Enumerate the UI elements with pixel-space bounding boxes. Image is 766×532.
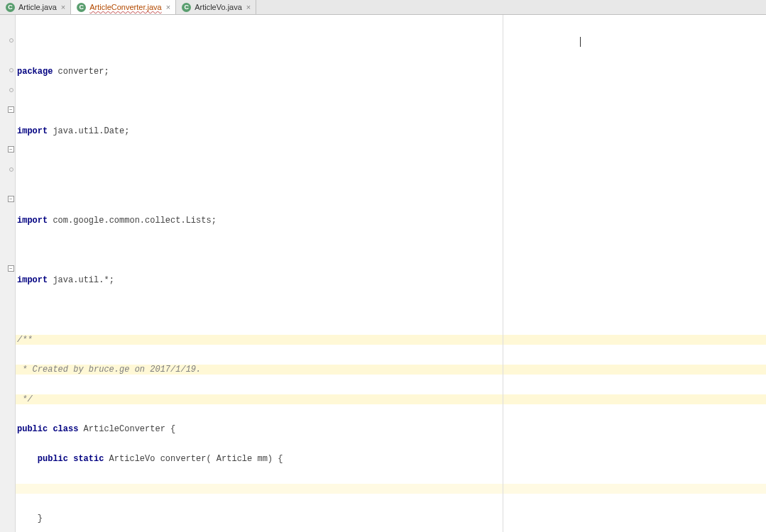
tab-label: ArticleConverter.java [89, 3, 162, 11]
code-text: ( Article mm) { [206, 454, 283, 464]
code-text: ArticleVo [104, 454, 160, 464]
fold-toggle-icon[interactable] [8, 196, 14, 202]
gutter-marker-icon[interactable] [8, 67, 14, 73]
tab-label: Article.java [18, 3, 57, 11]
fold-toggle-icon[interactable] [8, 106, 14, 113]
javadoc: * Created by bruce.ge on 2017/1/19. [17, 365, 201, 375]
fold-toggle-icon[interactable] [8, 265, 14, 272]
kw-import: import [17, 126, 48, 136]
kw-public-static: public static [17, 454, 104, 464]
kw-import: import [17, 275, 48, 285]
gutter[interactable] [0, 15, 16, 532]
code-text: java.util.Date; [48, 126, 129, 136]
workspace: package converter; import java.util.Date… [0, 15, 766, 532]
tab-bar: C Article.java × C ArticleConverter.java… [0, 0, 766, 15]
kw-import: import [17, 216, 48, 226]
gutter-marker-icon[interactable] [8, 166, 14, 172]
javadoc: /** [17, 335, 33, 345]
right-margin-line [503, 15, 503, 532]
tab-articleconverter[interactable]: C ArticleConverter.java × [71, 0, 176, 14]
javadoc: */ [17, 394, 33, 404]
close-icon[interactable]: × [246, 4, 251, 11]
tab-article[interactable]: C Article.java × [0, 0, 71, 14]
class-icon: C [6, 3, 15, 12]
tab-articlevo[interactable]: C ArticleVo.java × [176, 0, 256, 14]
fold-toggle-icon[interactable] [8, 146, 14, 153]
code-text: java.util.*; [48, 275, 114, 285]
code-text: com.google.common.collect.Lists; [48, 216, 217, 226]
brace: } [17, 514, 43, 523]
gutter-marker-icon[interactable] [8, 87, 14, 93]
gutter-marker-icon[interactable] [8, 37, 14, 43]
text-cursor [580, 37, 581, 47]
tab-label: ArticleVo.java [195, 3, 242, 11]
method-name: converter [160, 454, 207, 464]
class-icon: C [182, 3, 191, 12]
code-text: converter; [53, 67, 109, 77]
code-text: ArticleConverter { [78, 424, 175, 434]
code-editor[interactable]: package converter; import java.util.Date… [16, 15, 766, 532]
close-icon[interactable]: × [60, 4, 66, 11]
kw-public-class: public class [17, 424, 78, 434]
class-icon: C [77, 3, 86, 12]
close-icon[interactable]: × [165, 4, 171, 11]
kw-package: package [17, 67, 53, 77]
